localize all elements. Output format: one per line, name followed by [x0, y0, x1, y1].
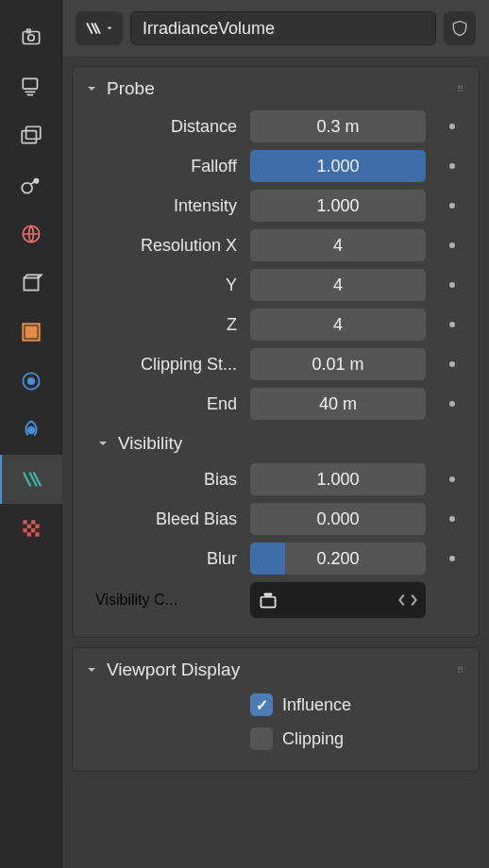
svg-rect-15	[23, 520, 26, 524]
svg-rect-23	[261, 597, 275, 608]
row-blur: Blur 0.200	[73, 539, 479, 578]
label-res-y: Y	[95, 275, 237, 295]
anim-dot[interactable]	[439, 203, 465, 209]
anim-dot[interactable]	[439, 516, 465, 522]
svg-rect-9	[24, 278, 38, 291]
datablock-name-text: IrradianceVolume	[143, 19, 275, 39]
tab-viewlayer[interactable]	[0, 111, 62, 160]
properties-main: IrradianceVolume Probe ⠿ Distance 0.3 m …	[62, 0, 489, 868]
checkbox-clipping[interactable]	[250, 727, 273, 750]
subpanel-title: Visibility	[118, 433, 182, 454]
field-clip-start[interactable]: 0.01 m	[250, 348, 426, 380]
panel-title: Viewport Display	[107, 659, 240, 680]
invert-arrows-icon[interactable]	[396, 588, 420, 612]
svg-rect-11	[23, 324, 39, 340]
svg-rect-0	[23, 32, 39, 44]
chevron-down-icon	[84, 81, 99, 96]
properties-tab-rail	[0, 0, 62, 868]
anim-dot[interactable]	[439, 124, 465, 129]
field-falloff[interactable]: 1.000	[250, 150, 426, 182]
anim-dot[interactable]	[439, 556, 465, 561]
anim-dot[interactable]	[439, 282, 465, 288]
svg-rect-5	[25, 126, 40, 139]
svg-rect-17	[26, 525, 30, 528]
field-visibility-collection[interactable]	[250, 582, 426, 618]
panel-header-probe[interactable]: Probe ⠿	[73, 67, 479, 107]
panel-grip-icon[interactable]: ⠿	[457, 665, 465, 676]
anim-dot[interactable]	[439, 361, 465, 367]
svg-rect-24	[264, 593, 273, 595]
field-bleed-bias[interactable]: 0.000	[250, 503, 426, 535]
field-clip-end[interactable]: 40 m	[250, 388, 426, 420]
svg-rect-4	[22, 131, 36, 143]
field-res-z[interactable]: 4	[250, 309, 426, 341]
collection-icon	[256, 588, 280, 612]
row-clip-end: End 40 m	[73, 384, 479, 424]
row-influence: Influence	[73, 688, 479, 722]
panel-title: Probe	[107, 78, 155, 99]
tab-texture[interactable]	[0, 504, 62, 553]
field-intensity[interactable]: 1.000	[250, 190, 426, 222]
svg-point-1	[27, 35, 34, 42]
label-clip-end: End	[95, 394, 237, 414]
tab-physics[interactable]	[0, 406, 62, 455]
field-res-y[interactable]: 4	[250, 269, 426, 301]
row-distance: Distance 0.3 m	[73, 107, 479, 146]
anim-dot[interactable]	[439, 163, 465, 169]
anim-dot[interactable]	[439, 476, 465, 482]
svg-point-13	[27, 378, 34, 385]
panel-grip-icon[interactable]: ⠿	[457, 84, 465, 94]
label-blur: Blur	[95, 549, 237, 569]
label-clipping: Clipping	[282, 729, 344, 749]
checkbox-influence[interactable]	[250, 693, 273, 716]
tab-objectdata-probe[interactable]	[0, 455, 62, 504]
row-res-z: Z 4	[73, 305, 479, 344]
row-bleed-bias: Bleed Bias 0.000	[73, 499, 479, 539]
row-clip-start: Clipping St... 0.01 m	[73, 344, 479, 384]
row-visibility-collection: Visibility C...	[73, 578, 479, 622]
row-clipping: Clipping	[73, 722, 479, 756]
tab-modifiers[interactable]	[0, 308, 62, 357]
svg-point-14	[27, 427, 34, 434]
tab-output[interactable]	[0, 62, 62, 111]
label-visibility-collection: Visibility C...	[95, 592, 237, 609]
label-res-x: Resolution X	[95, 236, 237, 256]
label-bias: Bias	[95, 470, 237, 490]
tab-constraints[interactable]	[0, 357, 62, 406]
svg-point-7	[34, 179, 38, 183]
label-bleed-bias: Bleed Bias	[95, 509, 237, 529]
svg-rect-20	[31, 528, 35, 532]
label-res-z: Z	[95, 315, 237, 335]
tab-scene[interactable]	[0, 160, 62, 209]
tab-world[interactable]	[0, 209, 62, 259]
panel-header-viewport[interactable]: Viewport Display ⠿	[73, 648, 479, 688]
tab-render[interactable]	[0, 13, 62, 62]
chevron-down-icon	[95, 436, 110, 451]
panel-viewport-display: Viewport Display ⠿ Influence Clipping	[72, 647, 480, 772]
row-res-x: Resolution X 4	[73, 225, 479, 265]
subpanel-header-visibility[interactable]: Visibility	[73, 424, 479, 459]
datablock-type-dropdown[interactable]	[76, 11, 123, 45]
field-res-x[interactable]: 4	[250, 229, 426, 261]
datablock-name-input[interactable]: IrradianceVolume	[130, 11, 436, 45]
svg-rect-18	[35, 525, 39, 528]
anim-dot[interactable]	[439, 242, 465, 248]
label-clip-start: Clipping St...	[95, 355, 237, 375]
field-bias[interactable]: 1.000	[250, 463, 426, 495]
tab-object[interactable]	[0, 259, 62, 308]
anim-dot[interactable]	[439, 401, 465, 407]
row-intensity: Intensity 1.000	[73, 186, 479, 225]
field-blur[interactable]: 0.200	[250, 542, 426, 575]
svg-rect-21	[26, 532, 30, 536]
anim-dot[interactable]	[439, 322, 465, 327]
label-falloff: Falloff	[95, 157, 237, 176]
svg-rect-22	[35, 532, 39, 536]
svg-rect-16	[31, 520, 35, 524]
svg-rect-19	[23, 528, 26, 532]
field-distance[interactable]: 0.3 m	[250, 110, 426, 142]
row-res-y: Y 4	[73, 265, 479, 305]
fake-user-toggle[interactable]	[444, 11, 476, 45]
label-intensity: Intensity	[95, 196, 237, 216]
datablock-header: IrradianceVolume	[62, 0, 489, 57]
panels-area: Probe ⠿ Distance 0.3 m Falloff 1.000 Int…	[62, 57, 489, 868]
